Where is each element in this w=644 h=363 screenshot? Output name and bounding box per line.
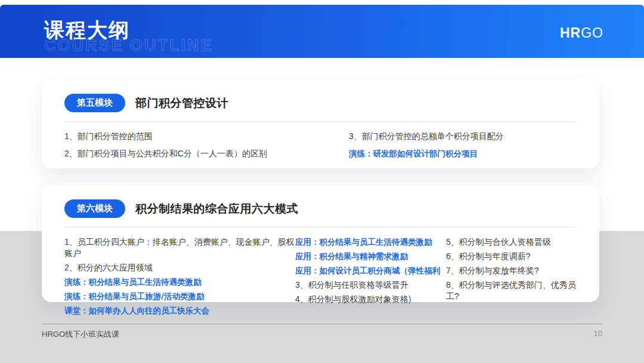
outline-item: 8、积分制与评选优秀部门、优秀员工? (446, 279, 577, 302)
outline-item: 4、积分制与股权激励对象资格) (295, 294, 446, 305)
module-card-header: 第五模块部门积分管控设计 (64, 94, 577, 112)
practice-note-item: 演练：积分结果与员工旅游/活动类激励 (64, 291, 295, 302)
outline-item: 7、积分制与发放年终奖? (446, 265, 577, 276)
module-columns: 1、部门积分管控的范围2、部门积分项目与公共积分和C分（一人一表）的区别3、部门… (64, 131, 577, 165)
module-divider (64, 227, 577, 227)
footer-divider (42, 324, 602, 324)
practice-note-item: 应用：积分结果与精神需求激励 (295, 251, 446, 262)
module-column-1: 1、部门积分管控的范围2、部门积分项目与公共积分和C分（一人一表）的区别 (64, 131, 349, 165)
hrgo-logo: HRGO (560, 25, 603, 41)
module-columns: 1、员工积分四大账户：排名账户、消费账户、现金账户、股权账户2、积分的六大应用领… (64, 236, 577, 319)
header-band: COURSE OUTLINE 课程大纲 HRGO (0, 5, 644, 58)
outline-item: 2、积分的六大应用领域 (64, 262, 295, 273)
module-badge: 第五模块 (64, 94, 125, 112)
module-column-1: 1、员工积分四大账户：排名账户、消费账户、现金账户、股权账户2、积分的六大应用领… (64, 236, 295, 319)
outline-item: 1、员工积分四大账户：排名账户、消费账户、现金账户、股权账户 (64, 236, 295, 259)
module-card-header: 第六模块积分制结果的综合应用六大模式 (64, 199, 577, 218)
module-badge: 第六模块 (64, 199, 125, 218)
outline-item: 5、积分制与合伙人资格晋级 (446, 236, 577, 248)
module-title: 积分制结果的综合应用六大模式 (135, 201, 298, 217)
practice-note-item: 应用：积分结果与员工生活待遇类激励 (295, 236, 446, 248)
blue-paren-suffix: ) (408, 294, 411, 304)
logo-hr: HR (560, 25, 581, 41)
practice-note-item: 演练：积分结果与员工生活待遇类激励 (64, 276, 295, 288)
module-divider (64, 121, 577, 122)
outline-item: 2、部门积分项目与公共积分和C分（一人一表）的区别 (64, 148, 349, 159)
module-card-1: 第五模块部门积分管控设计1、部门积分管控的范围2、部门积分项目与公共积分和C分（… (42, 79, 599, 168)
module-title: 部门积分管控设计 (135, 96, 228, 111)
footer-course-label: HRGO线下小班实战课 (42, 329, 119, 340)
module-column-2: 应用：积分结果与员工生活待遇类激励应用：积分结果与精神需求激励应用：如何设计员工… (295, 236, 446, 319)
outline-item: 1、部门积分管控的范围 (64, 131, 349, 142)
page-title: 课程大纲 (44, 17, 130, 44)
practice-note-item: 演练：研发部如何设计部门积分项目 (349, 148, 577, 159)
page-number: 10 (594, 329, 602, 338)
outline-item: 3、积分制与任职资格等级晋升 (295, 279, 446, 291)
module-column-2: 3、部门积分管控的总额单个积分项目配分演练：研发部如何设计部门积分项目 (349, 131, 577, 165)
logo-go: GO (581, 25, 603, 41)
slide: COURSE OUTLINE 课程大纲 HRGO 第五模块部门积分管控设计1、部… (0, 0, 644, 363)
outline-item: 6、积分制与年度调薪? (446, 251, 577, 262)
module-column-3: 5、积分制与合伙人资格晋级6、积分制与年度调薪?7、积分制与发放年终奖?8、积分… (446, 236, 577, 319)
outline-item: 3、部门积分管控的总额单个积分项目配分 (349, 131, 577, 142)
practice-note-item: 应用：如何设计员工积分商城（弹性福利 (295, 265, 446, 276)
module-card-2: 第六模块积分制结果的综合应用六大模式1、员工积分四大账户：排名账户、消费账户、现… (42, 185, 599, 302)
practice-note-item: 课堂：如何举办人人向往的员工快乐大会 (64, 305, 295, 316)
